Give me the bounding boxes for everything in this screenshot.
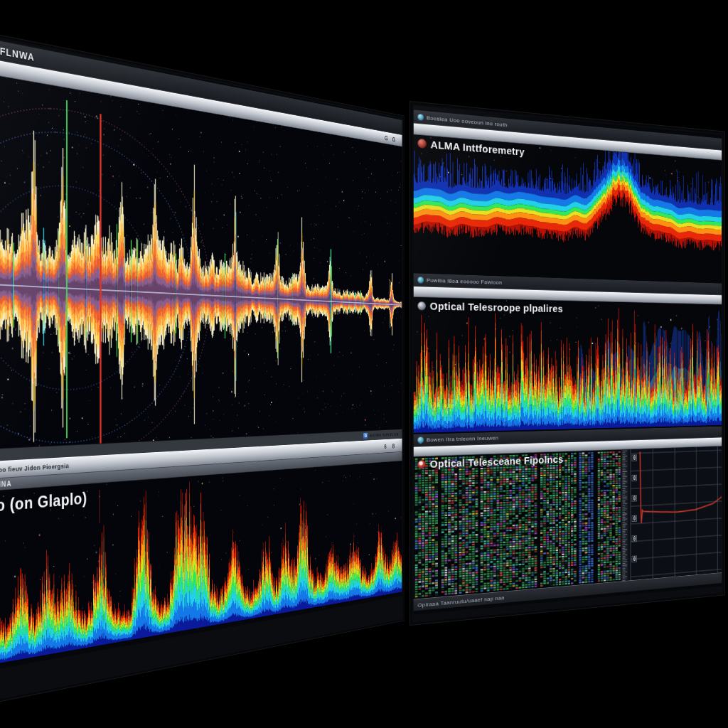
left-window-controls[interactable]: G G	[385, 134, 402, 144]
info-dot-icon	[418, 277, 424, 283]
left-divider-controls[interactable]: 6 8	[384, 442, 402, 450]
panel3-header-text: Bowen Itra tnleonn Ineuwen	[427, 435, 498, 444]
info-dot-icon	[418, 114, 424, 121]
left-divider-label: oo fieuv Jidon Pioergsia	[0, 462, 69, 473]
left-monitor: FLNWA G G G AIO/NV N2N31 U8 oo fieuv Jid…	[0, 33, 405, 704]
optical-spectrum-chart	[414, 297, 722, 434]
g-badge[interactable]: G	[363, 433, 368, 439]
left-subbar-label: ЯNA	[0, 479, 12, 488]
info-dot-icon	[418, 437, 424, 443]
alma-spectrogram-chart	[414, 134, 722, 283]
left-bottom-panel: o (on Glaplo)	[0, 461, 402, 665]
panel3-header-small: Bowen Itra tnleonn Ineuwen	[414, 435, 498, 444]
left-window-title: FLNWA	[0, 44, 35, 63]
convergence-line-chart	[621, 446, 722, 581]
panel2-title: Optical Telesroope plpalires	[430, 300, 563, 314]
status-sphere-icon[interactable]	[418, 301, 426, 310]
record-sphere-icon[interactable]	[418, 139, 427, 149]
right-screen: Booslea Uoo ooveoun ino routh ALMA Inttf…	[414, 106, 722, 615]
panel2-header-small: Puwiba l8oa eooooo Fawioon	[414, 277, 503, 286]
alert-ring-icon[interactable]	[418, 460, 426, 469]
left-screen: FLNWA G G G AIO/NV N2N31 U8 oo fieuv Jid…	[0, 38, 402, 670]
pipeline-data-table	[414, 450, 621, 599]
workstation-scene: FLNWA G G G AIO/NV N2N31 U8 oo fieuv Jid…	[0, 0, 728, 728]
right-monitor: Booslea Uoo ooveoun ino routh ALMA Inttf…	[410, 101, 725, 626]
panel2-header-text: Puwiba l8oa eooooo Fawioon	[427, 277, 502, 285]
left-divider-badge-text: AIO/NV N2N31 U8	[370, 432, 398, 438]
